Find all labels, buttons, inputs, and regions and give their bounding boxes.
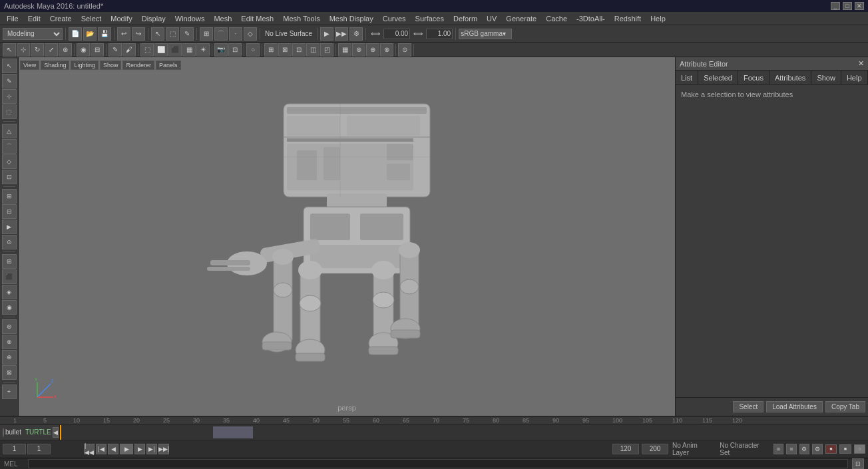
menu-edit-mesh[interactable]: Edit Mesh: [237, 13, 278, 24]
soft-select-btn[interactable]: ◉: [77, 43, 90, 57]
menu-file[interactable]: File: [3, 13, 23, 24]
attr-tab-selected[interactable]: Selected: [698, 71, 738, 84]
circle-btn[interactable]: ○: [246, 43, 260, 57]
lt-camera[interactable]: ⊙: [2, 235, 17, 249]
menu-cache[interactable]: Cache: [542, 13, 571, 24]
lt-deform[interactable]: ⊡: [2, 170, 17, 184]
lt-curve[interactable]: ⌒: [2, 139, 17, 154]
icon-b[interactable]: ⊠: [278, 43, 292, 57]
next-key-btn[interactable]: ▶|: [146, 444, 157, 454]
icon-j[interactable]: ⊙: [398, 43, 411, 57]
lt-lasso[interactable]: ⬚: [2, 104, 17, 119]
select-button[interactable]: Select: [733, 401, 763, 412]
light-btn[interactable]: ☀: [196, 43, 210, 57]
lasso-btn[interactable]: ⬚: [166, 27, 179, 41]
snap-point-btn[interactable]: ·: [229, 27, 242, 41]
menu-mesh-tools[interactable]: Mesh Tools: [279, 13, 324, 24]
attr-tab-attributes[interactable]: Attributes: [769, 71, 811, 84]
menu-modify[interactable]: Modify: [107, 13, 136, 24]
lt-more[interactable]: +: [2, 385, 17, 399]
menu-uv[interactable]: UV: [483, 13, 501, 24]
lt-g[interactable]: ⊠: [2, 365, 17, 380]
icon-a[interactable]: ⊞: [264, 43, 278, 57]
icon-c[interactable]: ⊡: [292, 43, 306, 57]
ipr-btn[interactable]: ▶▶: [335, 27, 348, 41]
step-back-btn[interactable]: ◀: [108, 444, 118, 454]
select-tool-btn[interactable]: ↖: [3, 43, 16, 57]
lt-paint[interactable]: ✎: [2, 74, 17, 88]
shading-btn[interactable]: ⬛: [168, 43, 182, 57]
lt-b[interactable]: ◈: [2, 285, 17, 299]
prev-key-btn[interactable]: |◀: [96, 444, 107, 454]
universal-manip-btn[interactable]: ⊛: [59, 43, 72, 57]
redo-btn[interactable]: ↪: [132, 27, 145, 41]
lt-surface[interactable]: ◇: [2, 154, 17, 169]
undo-btn[interactable]: ↩: [117, 27, 130, 41]
lt-select[interactable]: ↖: [2, 59, 17, 73]
open-file-btn[interactable]: 📂: [83, 27, 97, 41]
layer-red-icon[interactable]: ■: [825, 444, 837, 454]
camera-btn[interactable]: 📷: [214, 43, 228, 57]
paint-select-btn[interactable]: ✎: [180, 27, 194, 41]
lt-d[interactable]: ⊛: [2, 319, 17, 334]
turtle-prev-btn[interactable]: ◀: [53, 427, 59, 438]
scale-tool-btn[interactable]: ⤢: [45, 43, 58, 57]
menu-redshift[interactable]: Redshift: [610, 13, 645, 24]
load-attributes-button[interactable]: Load Attributes: [766, 401, 823, 412]
icon-g[interactable]: ⊛: [352, 43, 365, 57]
resolution-btn[interactable]: ⊡: [228, 43, 242, 57]
smooth-btn[interactable]: ⬜: [154, 43, 168, 57]
range-end-input[interactable]: [612, 444, 639, 454]
lt-a[interactable]: ⬛: [2, 269, 17, 284]
color-space-swatch[interactable]: sRGB gamma ▾: [459, 29, 512, 39]
menu-curves[interactable]: Curves: [379, 13, 410, 24]
show-manip-btn[interactable]: ✎: [108, 43, 122, 57]
select-mode-btn[interactable]: ↖: [151, 27, 164, 41]
texture-btn[interactable]: ▦: [182, 43, 196, 57]
copy-tab-button[interactable]: Copy Tab: [825, 401, 865, 412]
menu-create[interactable]: Create: [46, 13, 76, 24]
lt-e[interactable]: ⊗: [2, 335, 17, 349]
render-settings-btn[interactable]: ⚙: [349, 27, 363, 41]
icon-f[interactable]: ▦: [338, 43, 351, 57]
snap-grid-btn[interactable]: ⊞: [200, 27, 213, 41]
anim-layer-btn[interactable]: ≡: [773, 444, 784, 454]
menu-mesh[interactable]: Mesh: [210, 13, 236, 24]
mode-select[interactable]: Modeling Rigging Animation FX Rendering …: [3, 28, 63, 40]
icon-i[interactable]: ⊗: [380, 43, 393, 57]
layer-white-icon[interactable]: ○: [854, 444, 865, 454]
value1-input[interactable]: [383, 29, 410, 39]
current-frame-input[interactable]: [3, 444, 26, 454]
bullet-icon[interactable]: [3, 428, 4, 437]
attr-tab-show[interactable]: Show: [811, 71, 841, 84]
skip-start-btn[interactable]: |◀◀: [84, 444, 95, 454]
start-frame-input[interactable]: [27, 444, 51, 454]
menu-display[interactable]: Display: [138, 13, 170, 24]
menu-surfaces[interactable]: Surfaces: [411, 13, 448, 24]
attr-tab-help[interactable]: Help: [841, 71, 868, 84]
menu-generate[interactable]: Generate: [502, 13, 541, 24]
timeline-bar-area[interactable]: [60, 425, 868, 440]
save-file-btn[interactable]: 💾: [98, 27, 111, 41]
minimize-button[interactable]: _: [831, 2, 840, 10]
mel-input[interactable]: [28, 459, 848, 468]
value2-input[interactable]: [426, 29, 453, 39]
lt-f[interactable]: ⊕: [2, 350, 17, 365]
menu-mesh-display[interactable]: Mesh Display: [326, 13, 377, 24]
attr-tab-focus[interactable]: Focus: [738, 71, 769, 84]
step-fwd-btn[interactable]: ▶: [134, 444, 145, 454]
lt-move[interactable]: ⊹: [2, 89, 17, 104]
move-tool-btn[interactable]: ⊹: [17, 43, 30, 57]
render-btn[interactable]: ▶: [320, 27, 333, 41]
maximize-button[interactable]: □: [843, 2, 852, 10]
menu-windows[interactable]: Windows: [171, 13, 209, 24]
snap-surface-btn[interactable]: ◇: [244, 27, 257, 41]
play-btn[interactable]: ▶: [120, 444, 133, 454]
lt-measure[interactable]: ⊟: [2, 204, 17, 219]
attr-tab-list[interactable]: List: [676, 71, 698, 84]
range-max-input[interactable]: [642, 444, 668, 454]
attr-editor-close-icon[interactable]: ✕: [858, 59, 864, 68]
lt-render[interactable]: ▶: [2, 220, 17, 234]
wireframe-btn[interactable]: ⬚: [140, 43, 154, 57]
close-button[interactable]: ✕: [855, 2, 864, 10]
